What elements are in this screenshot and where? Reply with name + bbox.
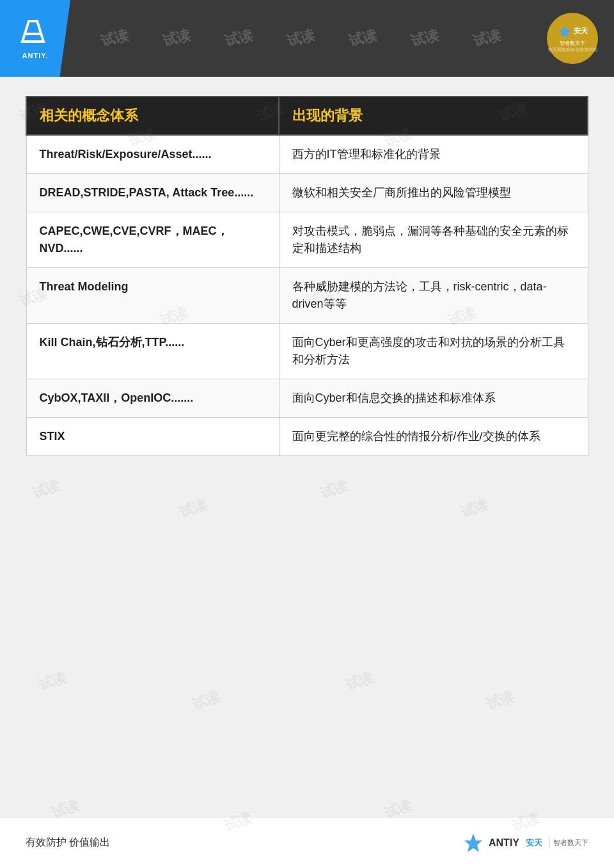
- header-watermarks: 试读 试读 试读 试读 试读 试读 试读: [70, 29, 531, 48]
- header-right: 安天 智者数天下 安天网络安全令营第四期: [531, 0, 614, 77]
- table-row: Kill Chain,钻石分析,TTP......面向Cyber和更高强度的攻击…: [26, 324, 588, 379]
- col2-header: 出现的背景: [279, 97, 588, 135]
- svg-marker-2: [559, 26, 571, 37]
- main-content: 试读 试读 试读 试读 试读 试读 试读 试读 试读 试读 试读 相关的概念体系…: [26, 96, 588, 456]
- footer-logo-sub: 智者数天下: [549, 838, 588, 848]
- table-cell-right: 对攻击模式，脆弱点，漏洞等各种基础的安全元素的标定和描述结构: [279, 212, 588, 268]
- footer: 有效防护 价值输出 ANTIY 安天 智者数天下: [0, 817, 614, 868]
- footer-logo-main: 安天: [526, 837, 542, 849]
- table-cell-left: Threat/Risk/Exposure/Asset......: [26, 135, 279, 174]
- header-wm-2: 试读: [161, 26, 193, 51]
- header-wm-3: 试读: [223, 26, 255, 51]
- watermark: 试读: [484, 686, 517, 714]
- table-cell-right: 面向Cyber和更高强度的攻击和对抗的场景的分析工具和分析方法: [279, 324, 588, 379]
- logo-icon: [19, 17, 51, 49]
- header-wm-7: 试读: [471, 26, 503, 51]
- table-row: Threat/Risk/Exposure/Asset......西方的IT管理和…: [26, 135, 588, 174]
- col1-header: 相关的概念体系: [26, 97, 279, 135]
- header-wm-1: 试读: [98, 26, 130, 51]
- svg-marker-3: [464, 833, 482, 852]
- footer-logo: ANTIY 安天 智者数天下: [462, 832, 588, 855]
- watermark: 试读: [343, 667, 376, 695]
- table-cell-left: CAPEC,CWE,CVE,CVRF，MAEC，NVD......: [26, 212, 279, 268]
- watermark: 试读: [189, 686, 223, 714]
- watermark: 试读: [458, 494, 491, 522]
- header-wm-6: 试读: [409, 26, 441, 51]
- header-badge: 安天 智者数天下 安天网络安全令营第四期: [547, 13, 598, 64]
- table-cell-left: Threat Modeling: [26, 268, 279, 324]
- footer-antiy-label: ANTIY: [489, 837, 519, 849]
- logo-box: ANTIY.: [0, 0, 70, 77]
- watermark: 试读: [177, 494, 210, 522]
- watermark: 试读: [36, 667, 69, 695]
- table-row: CAPEC,CWE,CVE,CVRF，MAEC，NVD......对攻击模式，脆…: [26, 212, 588, 268]
- table-row: DREAD,STRIDE,PASTA, Attack Tree......微软和…: [26, 174, 588, 212]
- table-cell-right: 各种威胁建模的方法论，工具，risk-centric，data-driven等等: [279, 268, 588, 324]
- table-cell-left: Kill Chain,钻石分析,TTP......: [26, 324, 279, 379]
- footer-logo-area: ANTIY 安天 智者数天下: [462, 832, 588, 855]
- watermark: 试读: [29, 475, 63, 503]
- table-row: Threat Modeling各种威胁建模的方法论，工具，risk-centri…: [26, 268, 588, 324]
- table-row: STIX面向更完整的综合性的情报分析/作业/交换的体系: [26, 418, 588, 456]
- main-table: 相关的概念体系 出现的背景 Threat/Risk/Exposure/Asset…: [26, 96, 588, 456]
- header: ANTIY. 试读 试读 试读 试读 试读 试读 试读 安天 智者数天下 安天网…: [0, 0, 614, 77]
- logo-text: ANTIY.: [22, 52, 49, 59]
- header-wm-5: 试读: [347, 26, 379, 51]
- footer-tagline: 有效防护 价值输出: [26, 836, 110, 849]
- svg-marker-0: [22, 21, 43, 42]
- header-wm-4: 试读: [285, 26, 317, 51]
- table-row: CybOX,TAXII，OpenIOC.......面向Cyber和信息交换的描…: [26, 379, 588, 418]
- table-cell-left: DREAD,STRIDE,PASTA, Attack Tree......: [26, 174, 279, 212]
- table-cell-left: CybOX,TAXII，OpenIOC.......: [26, 379, 279, 418]
- watermark: 试读: [317, 475, 350, 503]
- table-cell-right: 面向更完整的综合性的情报分析/作业/交换的体系: [279, 418, 588, 456]
- table-cell-right: 西方的IT管理和标准化的背景: [279, 135, 588, 174]
- table-cell-left: STIX: [26, 418, 279, 456]
- table-cell-right: 微软和相关安全厂商所推出的风险管理模型: [279, 174, 588, 212]
- table-cell-right: 面向Cyber和信息交换的描述和标准体系: [279, 379, 588, 418]
